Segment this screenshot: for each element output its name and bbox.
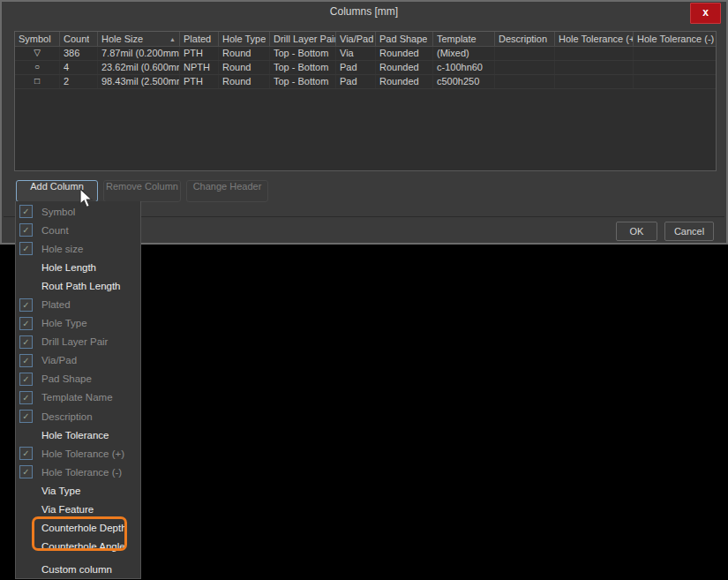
checked-checkbox-icon: ✓ bbox=[19, 335, 33, 349]
column-header-symbol[interactable]: Symbol bbox=[15, 32, 59, 46]
sort-ascending-icon: ▲ bbox=[169, 33, 179, 46]
table-cell: Round bbox=[218, 61, 269, 74]
menu-item-counterhole-angle[interactable]: Counterhole Angle bbox=[16, 538, 140, 556]
checked-checkbox-icon: ✓ bbox=[19, 410, 33, 423]
column-header-description[interactable]: Description bbox=[494, 32, 554, 46]
table-cell bbox=[494, 47, 554, 60]
table-cell: 2 bbox=[59, 75, 97, 88]
table-row[interactable]: ○423.62mil (0.600mm)NPTHRoundTop - Botto… bbox=[15, 61, 716, 75]
column-header-label: Hole Size bbox=[101, 33, 143, 46]
menu-item-label: Symbol bbox=[41, 207, 75, 217]
dialog-title: Columns [mm] bbox=[2, 5, 726, 18]
column-header-template[interactable]: Template bbox=[432, 32, 494, 46]
menu-item-drill-layer-pair[interactable]: ✓Drill Layer Pair bbox=[16, 333, 140, 351]
menu-item-pad-shape[interactable]: ✓Pad Shape bbox=[16, 370, 140, 388]
table-cell bbox=[554, 75, 633, 88]
column-header-label: Pad Shape bbox=[379, 33, 427, 46]
table-cell: 7.87mil (0.200mm) bbox=[97, 47, 179, 60]
menu-item-custom-column[interactable]: Custom column bbox=[16, 561, 140, 579]
checked-checkbox-icon: ✓ bbox=[19, 465, 33, 478]
dialog-titlebar[interactable]: Columns [mm] x bbox=[2, 2, 726, 23]
menu-item-count[interactable]: ✓Count bbox=[16, 221, 140, 239]
menu-item-rout-path-length[interactable]: Rout Path Length bbox=[16, 276, 140, 295]
menu-item-hole-size[interactable]: ✓Hole size bbox=[16, 239, 140, 258]
change-header-button[interactable]: Change Header bbox=[186, 180, 268, 202]
menu-item-symbol[interactable]: ✓Symbol bbox=[16, 202, 140, 221]
table-cell: Rounded bbox=[375, 47, 432, 60]
menu-item-via-type[interactable]: Via Type bbox=[16, 481, 140, 500]
menu-item-label: Rout Path Length bbox=[41, 281, 121, 291]
table-cell bbox=[633, 61, 716, 74]
table-cell: PTH bbox=[179, 75, 218, 88]
menu-item-description[interactable]: ✓Description bbox=[16, 407, 140, 426]
menu-item-hole-tolerance-[interactable]: ✓Hole Tolerance (-) bbox=[16, 463, 140, 481]
table-body: ▽3867.87mil (0.200mm)PTHRoundTop - Botto… bbox=[15, 47, 716, 89]
table-cell: 23.62mil (0.600mm) bbox=[97, 61, 179, 74]
menu-item-label: Hole Length bbox=[41, 262, 96, 273]
column-header-hole-tolerance-[interactable]: Hole Tolerance (-) bbox=[633, 32, 716, 46]
column-header-pad-shape[interactable]: Pad Shape bbox=[375, 32, 432, 46]
table-cell: 4 bbox=[59, 61, 97, 74]
menu-item-label: Description bbox=[41, 411, 93, 422]
menu-item-via-pad[interactable]: ✓Via/Pad bbox=[16, 351, 140, 370]
hole-symbol-icon: □ bbox=[15, 75, 59, 88]
table-cell: Rounded bbox=[375, 61, 432, 74]
menu-item-label: Drill Layer Pair bbox=[41, 336, 108, 347]
table-cell: c500h250 bbox=[432, 75, 494, 88]
hole-symbol-icon: ▽ bbox=[15, 47, 59, 60]
menu-item-plated[interactable]: ✓Plated bbox=[16, 295, 140, 313]
menu-item-hole-length[interactable]: Hole Length bbox=[16, 258, 140, 276]
menu-item-hole-type[interactable]: ✓Hole Type bbox=[16, 314, 140, 333]
table-cell: c-100hn60 bbox=[432, 61, 494, 74]
column-header-hole-tolerance-[interactable]: Hole Tolerance (+) bbox=[554, 32, 633, 46]
menu-item-label: Via Type bbox=[41, 486, 80, 496]
table-cell bbox=[554, 61, 633, 74]
menu-item-label: Custom column bbox=[41, 564, 112, 575]
table-cell: 386 bbox=[59, 47, 97, 60]
column-header-plated[interactable]: Plated bbox=[179, 32, 218, 46]
menu-item-counterhole-depth[interactable]: Counterhole Depth bbox=[16, 519, 140, 538]
table-cell: PTH bbox=[179, 47, 218, 60]
menu-item-hole-tolerance-[interactable]: ✓Hole Tolerance (+) bbox=[16, 444, 140, 463]
checked-checkbox-icon: ✓ bbox=[19, 447, 33, 460]
ok-button[interactable]: OK bbox=[616, 222, 657, 241]
menu-item-label: Counterhole Depth bbox=[41, 523, 127, 533]
checked-checkbox-icon: ✓ bbox=[19, 317, 33, 330]
close-button[interactable]: x bbox=[690, 3, 721, 24]
menu-item-label: Hole Tolerance bbox=[41, 430, 109, 441]
checked-checkbox-icon: ✓ bbox=[19, 373, 33, 386]
column-header-label: Drill Layer Pair bbox=[274, 33, 335, 46]
add-column-button[interactable]: Add Column bbox=[16, 180, 98, 202]
column-header-label: Hole Type bbox=[222, 33, 266, 46]
menu-item-label: Hole Tolerance (-) bbox=[41, 467, 122, 478]
column-header-hole-type[interactable]: Hole Type bbox=[218, 32, 269, 46]
menu-item-hole-tolerance[interactable]: Hole Tolerance bbox=[16, 426, 140, 444]
table-cell: NPTH bbox=[179, 61, 218, 74]
remove-column-button[interactable]: Remove Column bbox=[103, 180, 181, 202]
column-header-label: Description bbox=[499, 33, 547, 46]
table-row[interactable]: ▽3867.87mil (0.200mm)PTHRoundTop - Botto… bbox=[15, 47, 716, 61]
menu-item-via-feature[interactable]: Via Feature bbox=[16, 501, 140, 519]
table-cell: (Mixed) bbox=[432, 47, 494, 60]
table-cell: Top - Bottom bbox=[269, 47, 335, 60]
cancel-button[interactable]: Cancel bbox=[664, 222, 714, 241]
table-cell: Top - Bottom bbox=[269, 61, 335, 74]
column-header-hole-size[interactable]: Hole Size▲ bbox=[97, 32, 179, 46]
checked-checkbox-icon: ✓ bbox=[19, 223, 33, 237]
checked-checkbox-icon: ✓ bbox=[19, 354, 33, 367]
menu-item-template-name[interactable]: ✓Template Name bbox=[16, 388, 140, 407]
table-cell: Pad bbox=[335, 75, 375, 88]
checked-checkbox-icon: ✓ bbox=[19, 242, 33, 255]
column-header-drill-layer-pair[interactable]: Drill Layer Pair bbox=[269, 32, 335, 46]
menu-item-label: Hole size bbox=[41, 244, 83, 254]
menu-item-label: Via Feature bbox=[41, 504, 94, 515]
table-cell: Pad bbox=[335, 61, 375, 74]
column-header-count[interactable]: Count bbox=[59, 32, 97, 46]
table-cell bbox=[633, 47, 716, 60]
table-cell: Round bbox=[218, 75, 269, 88]
menu-item-label: Template Name bbox=[41, 392, 113, 403]
hole-symbol-icon: ○ bbox=[15, 61, 59, 74]
column-header-via-pad[interactable]: Via/Pad bbox=[335, 32, 375, 46]
column-header-label: Count bbox=[64, 33, 89, 46]
table-row[interactable]: □298.43mil (2.500mm)PTHRoundTop - Bottom… bbox=[15, 75, 716, 89]
